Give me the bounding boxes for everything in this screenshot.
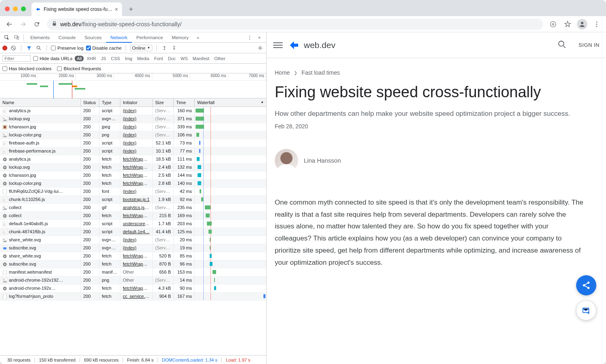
tab-performance[interactable]: Performance: [133, 32, 167, 43]
settings-icon[interactable]: [257, 44, 264, 52]
breadcrumb-home[interactable]: Home: [275, 69, 290, 76]
browser-tab[interactable]: Fixing website speed cross-fu… ×: [32, 2, 122, 16]
subscribe-fab[interactable]: [576, 300, 596, 320]
upload-icon[interactable]: ↥: [161, 44, 168, 52]
table-header: Name Status Type Initiator Size Time Wat…: [0, 98, 266, 107]
filter-input[interactable]: [2, 55, 31, 62]
col-status[interactable]: Status: [81, 98, 99, 107]
svg-point-58: [583, 284, 585, 287]
blocked-requests-checkbox[interactable]: Blocked Requests: [57, 66, 101, 71]
svg-point-35: [3, 207, 4, 208]
device-icon[interactable]: [12, 33, 21, 42]
maximize-window[interactable]: [21, 6, 26, 11]
table-row[interactable]: lockup-color.png200fetchfetchWrapp…2.8 k…: [0, 180, 266, 188]
table-row[interactable]: ⟨⟩chunk-fc110256.js200scriptbootstrap.js…: [0, 196, 266, 204]
filter-pill-ws[interactable]: WS: [179, 56, 190, 61]
table-row[interactable]: android-chrome-192x…200fetchfetchWrapp…4…: [0, 285, 266, 293]
col-waterfall[interactable]: Waterfall▲: [195, 98, 266, 107]
table-row[interactable]: subscribe.svg200svg+…(index)(Servi…19 ms: [0, 244, 266, 252]
filter-icon[interactable]: [25, 44, 33, 52]
search-icon[interactable]: [35, 44, 42, 52]
table-row[interactable]: subscribe.svg200fetchfetchWrapp…870 B96 …: [0, 260, 266, 268]
breadcrumb-section[interactable]: Fast load times: [301, 69, 340, 76]
tab-elements[interactable]: Elements: [26, 32, 54, 43]
file-icon: [2, 117, 7, 121]
filter-pill-js[interactable]: JS: [99, 56, 108, 61]
devtools-close-icon[interactable]: ×: [255, 33, 264, 42]
author-avatar[interactable]: [275, 149, 298, 172]
filter-pill-font[interactable]: Font: [152, 56, 165, 61]
svg-rect-16: [4, 126, 6, 128]
clear-icon[interactable]: [10, 44, 17, 52]
site-logo[interactable]: web.dev: [288, 39, 335, 51]
download-icon[interactable]: ↧: [170, 44, 178, 52]
table-row[interactable]: lchansson.jpg200jpeg(index)(Servi…339 ms: [0, 123, 266, 131]
svg-rect-31: [3, 189, 7, 194]
filter-pill-img[interactable]: Img: [123, 56, 134, 61]
forward-button[interactable]: [17, 18, 29, 30]
table-row[interactable]: ⟨⟩firebase-auth.js200script(index)52.1 k…: [0, 139, 266, 147]
col-time[interactable]: Time: [174, 98, 195, 107]
tab-memory[interactable]: Memory: [168, 32, 193, 43]
table-row[interactable]: ⟨⟩default-1e40abd5.js200scriptunderscore…: [0, 220, 266, 228]
back-button[interactable]: [3, 18, 15, 30]
table-row[interactable]: collect200gifanalytics.js:36(Servi…235 m…: [0, 204, 266, 212]
filter-pill-manifest[interactable]: Manifest: [191, 56, 212, 61]
table-row[interactable]: ⟨⟩analytics.js200script(index)(Servi…160…: [0, 107, 266, 115]
preserve-log-checkbox[interactable]: Preserve log: [51, 46, 84, 50]
table-row[interactable]: flUhRq6tzZclQEJ-Vdg-Iui…200font(index)(S…: [0, 188, 266, 196]
table-row[interactable]: android-chrome-192x192…200pngOther(Servi…: [0, 276, 266, 285]
hide-data-urls-checkbox[interactable]: Hide data URLs: [33, 56, 72, 61]
timeline-overview[interactable]: 1000 ms2000 ms3000 ms4000 ms5000 ms6000 …: [0, 73, 266, 98]
menu-button[interactable]: [591, 18, 603, 30]
author-name[interactable]: Lina Hansson: [304, 157, 341, 164]
table-row[interactable]: ⟨⟩chunk-48741f6b.js200scriptdefault-1e4……: [0, 228, 266, 236]
table-row[interactable]: lockup.svg200fetchfetchWrapp…2.4 kB132 m…: [0, 163, 266, 172]
devtools-menu-icon[interactable]: ⋮: [245, 33, 254, 42]
more-tabs-icon[interactable]: »: [194, 33, 202, 42]
bookmark-button[interactable]: [562, 18, 574, 30]
table-row[interactable]: share_white.svg200fetchfetchWrapp…520 B8…: [0, 252, 266, 260]
disable-cache-checkbox[interactable]: Disable cache: [86, 46, 122, 50]
col-name[interactable]: Name: [0, 98, 81, 107]
menu-icon[interactable]: [273, 40, 283, 50]
search-icon[interactable]: [558, 40, 566, 50]
status-load: Load: 1.97 s: [222, 358, 255, 362]
filter-pill-all[interactable]: All: [75, 56, 84, 61]
table-row[interactable]: lockup-color.png200png(index)(Servi…106 …: [0, 131, 266, 139]
new-tab-button[interactable]: +: [125, 4, 137, 15]
table-row[interactable]: lockup.svg200svg+…(index)(Servi…371 ms: [0, 115, 266, 123]
table-row[interactable]: ⟨⟩firebase-performance.js200script(index…: [0, 147, 266, 155]
filter-pill-xhr[interactable]: XHR: [84, 56, 98, 61]
filter-pill-other[interactable]: Other: [212, 56, 227, 61]
record-button[interactable]: [2, 46, 7, 50]
filter-pill-doc[interactable]: Doc: [166, 56, 178, 61]
col-initiator[interactable]: Initiator: [120, 98, 153, 107]
table-row[interactable]: lchansson.jpg200fetchfetchWrapp…2.5 kB14…: [0, 172, 266, 180]
url-field[interactable]: web.dev/fixing-website-speed-cross-funct…: [47, 19, 543, 30]
close-tab-icon[interactable]: ×: [115, 6, 118, 13]
minimize-window[interactable]: [13, 6, 18, 11]
throttling-select[interactable]: Online▼: [130, 45, 152, 51]
profile-button[interactable]: [576, 18, 588, 30]
install-button[interactable]: [547, 18, 559, 30]
share-fab[interactable]: [576, 275, 596, 295]
reload-button[interactable]: [31, 18, 43, 30]
has-blocked-cookies-checkbox[interactable]: Has blocked cookies: [2, 66, 51, 71]
filter-pill-css[interactable]: CSS: [109, 56, 122, 61]
table-row[interactable]: collect200fetchfetchWrapp…215 B169 ms: [0, 212, 266, 220]
close-window[interactable]: [5, 6, 10, 11]
table-row[interactable]: share_white.svg200svg+…(index)(Servi…20 …: [0, 236, 266, 244]
author-block: Lina Hansson: [275, 149, 587, 172]
signin-link[interactable]: SIGN IN: [579, 42, 600, 48]
filter-pill-media[interactable]: Media: [135, 56, 151, 61]
col-type[interactable]: Type: [99, 98, 120, 107]
inspect-icon[interactable]: [2, 33, 11, 42]
table-row[interactable]: log?format=json_proto200fetchcc_service.…: [0, 293, 266, 301]
table-row[interactable]: analytics.js200fetchfetchWrapp…18.5 kB11…: [0, 155, 266, 163]
tab-sources[interactable]: Sources: [80, 32, 105, 43]
tab-console[interactable]: Console: [55, 32, 80, 43]
table-row[interactable]: manifest.webmanifest200manif…Other656 B1…: [0, 268, 266, 276]
col-size[interactable]: Size: [153, 98, 174, 107]
tab-network[interactable]: Network: [106, 32, 131, 43]
